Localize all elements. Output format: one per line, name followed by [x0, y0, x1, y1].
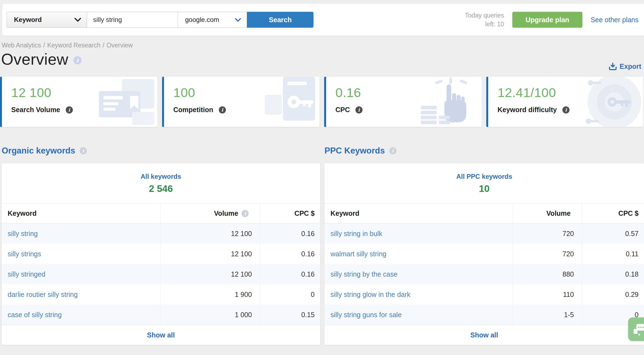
all-keywords-count: 2 546 — [149, 183, 173, 194]
breadcrumb: Web Analytics/Keyword Research/Overview — [2, 42, 133, 49]
keyword-link[interactable]: walmart silly string — [330, 250, 386, 258]
volume-value: 1 000 — [160, 305, 260, 325]
export-button[interactable]: Export — [609, 63, 641, 70]
column-header-volume[interactable]: Volume — [513, 204, 582, 223]
breadcrumb-keyword-research[interactable]: Keyword Research — [47, 42, 100, 49]
info-icon[interactable]: i — [80, 147, 87, 154]
competition-label: Competition — [173, 106, 213, 114]
cpc-value: 0.11 — [582, 244, 644, 264]
keyword-link[interactable]: silly string guns for sale — [330, 311, 402, 319]
organic-column-headers: Keyword Volume i CPC $ — [2, 203, 320, 223]
column-header-cpc[interactable]: CPC $ — [260, 204, 320, 223]
search-type-value: Keyword — [14, 16, 42, 24]
keyword-link[interactable]: silly string — [8, 230, 38, 238]
table-row: walmart silly string 720 0.11 — [324, 244, 644, 264]
stat-card-search-volume: 12 100 Search Volume i — [0, 77, 157, 127]
info-icon[interactable]: i — [562, 106, 570, 113]
stat-card-cpc: 0.16 CPC i — [324, 77, 482, 127]
info-icon[interactable]: i — [73, 56, 82, 64]
column-header-volume[interactable]: Volume i — [160, 204, 260, 223]
info-icon[interactable]: i — [355, 106, 363, 113]
keyword-link[interactable]: case of silly string — [8, 311, 62, 319]
column-header-keyword[interactable]: Keyword — [324, 204, 513, 223]
volume-value: 12 100 — [160, 244, 260, 264]
volume-value: 880 — [513, 264, 582, 284]
organic-summary: All keywords 2 546 — [2, 163, 320, 203]
keyword-search-input[interactable] — [87, 12, 178, 28]
ppc-keywords-card: All PPC keywords 10 Keyword Volume CPC $… — [324, 163, 644, 345]
volume-value: 110 — [513, 284, 582, 305]
chat-icon — [631, 321, 644, 338]
all-keywords-link[interactable]: All keywords — [140, 173, 181, 180]
table-row: darlie routier silly string 1 900 0 — [2, 284, 320, 305]
documents-illustration — [89, 77, 157, 127]
search-engine-select[interactable]: google.com — [178, 12, 247, 28]
key-document-illustration — [257, 77, 320, 127]
volume-value: 720 — [513, 223, 582, 244]
volume-value: 720 — [513, 244, 582, 264]
cpc-value: 0.18 — [582, 264, 644, 284]
column-header-cpc[interactable]: CPC $ — [582, 204, 644, 223]
chat-widget-button[interactable] — [628, 317, 644, 341]
title-row: Overview i — [1, 50, 82, 68]
info-icon[interactable]: i — [66, 106, 73, 113]
cpc-value: 0.15 — [260, 305, 320, 325]
search-type-select[interactable]: Keyword — [7, 12, 87, 28]
queries-left-line2: left: 10 — [465, 20, 504, 29]
volume-value: 12 100 — [160, 264, 260, 284]
table-row: silly string glow in the dark 110 0.29 — [324, 284, 644, 305]
top-bar: Keyword google.com Search Today queries … — [2, 4, 644, 36]
see-other-plans-link[interactable]: See other plans — [591, 16, 639, 24]
organic-keywords-title: Organic keywords — [2, 146, 75, 156]
top-bar-right: Today queries left: 10 Upgrade plan See … — [465, 4, 639, 36]
show-all-button[interactable]: Show all — [147, 331, 175, 339]
breadcrumb-web-analytics[interactable]: Web Analytics — [2, 42, 41, 49]
cpc-label: CPC — [335, 106, 350, 114]
upgrade-plan-button[interactable]: Upgrade plan — [512, 12, 582, 28]
download-icon — [609, 63, 617, 70]
table-row: silly strings 12 100 0.16 — [2, 244, 320, 264]
organic-show-all-row: Show all — [2, 325, 320, 345]
table-row: silly string in bulk 720 0.57 — [324, 223, 644, 244]
column-header-keyword[interactable]: Keyword — [2, 204, 160, 223]
show-all-button[interactable]: Show all — [470, 331, 498, 339]
cpc-value: 0.16 — [260, 223, 320, 244]
stat-card-competition: 100 Competition i — [162, 77, 320, 127]
search-engine-value: google.com — [185, 16, 219, 24]
info-icon[interactable]: i — [219, 106, 226, 113]
hand-cursor-illustration — [416, 77, 482, 127]
cpc-value: 0.29 — [582, 284, 644, 305]
chevron-down-icon — [235, 18, 241, 22]
ppc-summary: All PPC keywords 10 — [324, 163, 644, 203]
page-title: Overview — [1, 50, 68, 68]
keyword-link[interactable]: silly string in bulk — [330, 230, 382, 238]
cpc-value: 0.16 — [335, 85, 361, 100]
search-volume-value: 12 100 — [11, 85, 51, 100]
competition-value: 100 — [173, 85, 195, 100]
queries-left: Today queries left: 10 — [465, 11, 504, 29]
keyword-link[interactable]: silly string glow in the dark — [330, 291, 410, 299]
keyword-difficulty-value: 12.41/100 — [498, 85, 556, 100]
keyword-link[interactable]: darlie routier silly string — [8, 291, 78, 299]
breadcrumb-separator: / — [103, 42, 104, 49]
keyword-link[interactable]: silly string by the case — [330, 270, 398, 278]
ppc-column-headers: Keyword Volume CPC $ — [324, 203, 644, 223]
queries-left-line1: Today queries — [465, 11, 504, 20]
info-icon[interactable]: i — [242, 210, 249, 217]
volume-value: 1 900 — [160, 284, 260, 305]
table-row: silly string guns for sale 1-5 0 — [324, 305, 644, 325]
search-form: Keyword google.com Search — [7, 12, 314, 28]
organic-keywords-card: All keywords 2 546 Keyword Volume i CPC … — [2, 163, 320, 345]
info-icon[interactable]: i — [389, 147, 396, 154]
keyword-link[interactable]: silly stringed — [8, 270, 45, 278]
table-row: silly string by the case 880 0.18 — [324, 264, 644, 284]
cpc-value: 0.16 — [260, 244, 320, 264]
all-ppc-keywords-link[interactable]: All PPC keywords — [456, 173, 512, 180]
search-button[interactable]: Search — [247, 12, 314, 28]
volume-value: 12 100 — [160, 223, 260, 244]
keyword-link[interactable]: silly strings — [8, 250, 41, 258]
cpc-value: 0.57 — [582, 223, 644, 244]
keyword-difficulty-label: Keyword difficulty — [498, 106, 557, 114]
ppc-keywords-heading: PPC Keywords i — [324, 146, 396, 156]
table-row: silly stringed 12 100 0.16 — [2, 264, 320, 284]
